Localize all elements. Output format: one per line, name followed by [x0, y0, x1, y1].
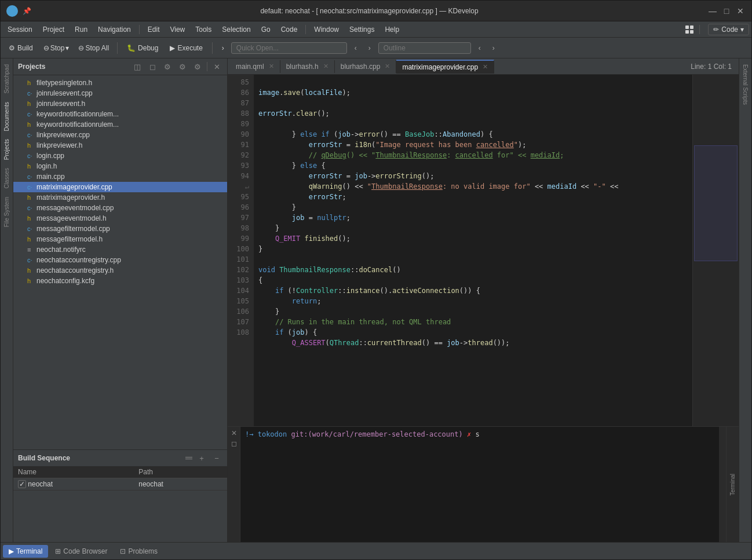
sidebar-classes[interactable]: Classes [2, 164, 11, 192]
terminal-area: ✕ ◻ !→ tokodon git:(work/carl/remember-s… [228, 426, 739, 542]
bottom-tab-code-browser[interactable]: ⊞ Code Browser [49, 545, 113, 558]
toolbar: ⚙ Build ⊖ Stop ▾ ⊖ Stop All 🐛 Debug ▶ Ex… [1, 38, 751, 58]
stop-all-label: Stop All [85, 44, 109, 52]
menu-settings[interactable]: Settings [345, 24, 379, 35]
terminal-expand-icon[interactable]: ◻ [231, 440, 237, 448]
tree-item-matriximageprovider-cpp[interactable]: c· matriximageprovider.cpp [13, 182, 227, 192]
tree-item-messagefiltermodel-cpp[interactable]: c· messagefiltermodel.cpp [13, 224, 227, 234]
terminal-symbol: ✗ [467, 430, 471, 438]
menu-run[interactable]: Run [70, 24, 92, 35]
build-seq-remove-button[interactable]: − [211, 452, 222, 464]
code-editor[interactable]: image.save(localFile); errorStr.clear();… [254, 75, 692, 426]
quick-open-input[interactable] [231, 42, 347, 54]
menu-project[interactable]: Project [38, 24, 69, 35]
terminal-scrollbar[interactable] [719, 427, 726, 542]
tree-item-messageeventmodel-cpp[interactable]: c· messageeventmodel.cpp [13, 203, 227, 213]
build-row-checkbox-cell: ✓ neochat [13, 478, 134, 491]
tree-item-messagefiltermodel-h[interactable]: h messagefiltermodel.h [13, 234, 227, 244]
tree-item-keywordnotificationrulem-cpp[interactable]: c· keywordnotificationrulem... [13, 109, 227, 119]
projects-gear-button[interactable]: ⚙ [177, 61, 188, 72]
left-sidebar-panels: Scratchpad Documents Projects Classes Fi… [1, 58, 13, 542]
projects-pin-button[interactable]: ◫ [132, 61, 143, 72]
tree-item-linkpreviewer-h[interactable]: h linkpreviewer.h [13, 140, 227, 151]
sidebar-documents[interactable]: Documents [2, 98, 11, 135]
outline-input[interactable] [378, 42, 471, 54]
menu-code[interactable]: Code [276, 24, 302, 35]
tree-item-joinrulesevent-cpp[interactable]: c· joinrulesevent.cpp [13, 88, 227, 98]
terminal-path: tokodon [258, 430, 287, 438]
external-scripts-sidebar: External Scripts [739, 58, 751, 542]
projects-expand-button[interactable]: ◻ [147, 61, 158, 72]
menu-navigation[interactable]: Navigation [93, 24, 136, 35]
tree-item-messageeventmodel-h[interactable]: h messageeventmodel.h [13, 213, 227, 224]
tab-matriximageprovider-close[interactable]: ✕ [483, 63, 488, 71]
minimize-button[interactable]: — [707, 6, 718, 16]
tree-item-login-h[interactable]: h login.h [13, 161, 227, 171]
tree-item-login-cpp[interactable]: c· login.cpp [13, 151, 227, 161]
tab-blurhash-cpp-close[interactable]: ✕ [385, 63, 390, 70]
menu-edit[interactable]: Edit [143, 24, 165, 35]
execute-label: Execute [177, 44, 202, 52]
more-button[interactable]: › [217, 42, 229, 54]
menu-session[interactable]: Session [3, 24, 37, 35]
stop-dropdown[interactable]: ⊖ Stop ▾ [40, 42, 73, 54]
tab-matriximageprovider-cpp[interactable]: matriximageprovider.cpp ✕ [396, 60, 494, 74]
projects-settings-button[interactable]: ⚙ [162, 61, 173, 72]
tree-item-neochatconfig-kcfg[interactable]: h neochatconfig.kcfg [13, 276, 227, 286]
app-icon [6, 5, 18, 17]
menu-go[interactable]: Go [257, 24, 275, 35]
terminal-close-icon[interactable]: ✕ [231, 429, 237, 437]
pin-icon: 📌 [23, 7, 31, 15]
menu-tools[interactable]: Tools [191, 24, 216, 35]
tab-blurhash-cpp[interactable]: blurhash.cpp ✕ [335, 60, 397, 73]
sidebar-projects[interactable]: Projects [2, 136, 11, 163]
maximize-button[interactable]: □ [721, 6, 732, 16]
projects-close-button[interactable]: ✕ [211, 61, 222, 72]
outline-prev-button[interactable]: ‹ [473, 42, 486, 54]
file-cpp-icon: c· [27, 131, 36, 138]
stop-all-dropdown[interactable]: ⊖ Stop All [75, 42, 112, 54]
tree-item-linkpreviewer-cpp[interactable]: c· linkpreviewer.cpp [13, 130, 227, 140]
tab-blurhash-cpp-label: blurhash.cpp [341, 63, 381, 71]
tab-main-qml[interactable]: main.qml ✕ [230, 60, 280, 73]
menu-selection[interactable]: Selection [217, 24, 255, 35]
sidebar-scratchpad[interactable]: Scratchpad [2, 61, 11, 97]
menu-view[interactable]: View [165, 24, 189, 35]
code-mode-button[interactable]: ✏ Code ▾ [708, 24, 749, 35]
build-sequence-table: Name Path ✓ neochat neochat [13, 466, 227, 491]
tab-main-qml-close[interactable]: ✕ [269, 63, 274, 70]
bottom-tab-terminal[interactable]: ▶ Terminal [3, 545, 48, 558]
tree-item-neochataccountregistry-cpp[interactable]: c· neochataccountregistry.cpp [13, 255, 227, 265]
tree-item-keywordnotificationrulem-h[interactable]: h keywordnotificationrulem... [13, 119, 227, 130]
tab-blurhash-h[interactable]: blurhash.h ✕ [280, 60, 335, 73]
tree-item-filetypesingleton-h[interactable]: h filetypesingleton.h [13, 78, 227, 88]
build-row[interactable]: ✓ neochat neochat [13, 478, 227, 491]
tree-item-main-cpp[interactable]: c· main.cpp [13, 171, 227, 182]
outline-next-button[interactable]: › [487, 42, 500, 54]
projects-more-button[interactable]: ⚙ [192, 61, 203, 72]
tree-item-matriximageprovider-h[interactable]: h matriximageprovider.h [13, 192, 227, 203]
tree-item-joinrulesevent-h[interactable]: h joinrulesevent.h [13, 98, 227, 109]
build-button[interactable]: ⚙ Build [4, 42, 38, 54]
bottom-tab-problems[interactable]: ⊡ Problems [114, 545, 163, 558]
external-scripts-label[interactable]: External Scripts [741, 61, 750, 108]
stop-all-icon: ⊖ [78, 44, 84, 52]
title-bar: 📌 default: neochat - [ neochat:src/matri… [1, 1, 751, 21]
nav-back-button[interactable]: ‹ [349, 42, 362, 54]
debug-button[interactable]: 🐛 Debug [122, 42, 163, 54]
terminal-content[interactable]: !→ tokodon git:(work/carl/remember-selec… [240, 427, 719, 542]
menu-window[interactable]: Window [309, 24, 344, 35]
tab-blurhash-h-close[interactable]: ✕ [323, 63, 328, 70]
execute-button[interactable]: ▶ Execute [165, 42, 207, 54]
tree-item-neochat-notifyrc[interactable]: ≡ neochat.notifyrc [13, 244, 227, 255]
build-row-checkbox[interactable]: ✓ [18, 480, 26, 488]
menu-help[interactable]: Help [380, 24, 404, 35]
nav-forward-button[interactable]: › [363, 42, 376, 54]
tree-item-neochataccountregistry-h[interactable]: h neochataccountregistry.h [13, 265, 227, 276]
build-seq-add-button[interactable]: + [196, 452, 207, 464]
sidebar-filesystem[interactable]: File System [2, 193, 11, 230]
execute-icon: ▶ [170, 44, 175, 52]
file-kcfg-icon: h [27, 277, 36, 284]
close-button[interactable]: ✕ [735, 6, 746, 16]
title-bar-left: 📌 [6, 5, 31, 17]
